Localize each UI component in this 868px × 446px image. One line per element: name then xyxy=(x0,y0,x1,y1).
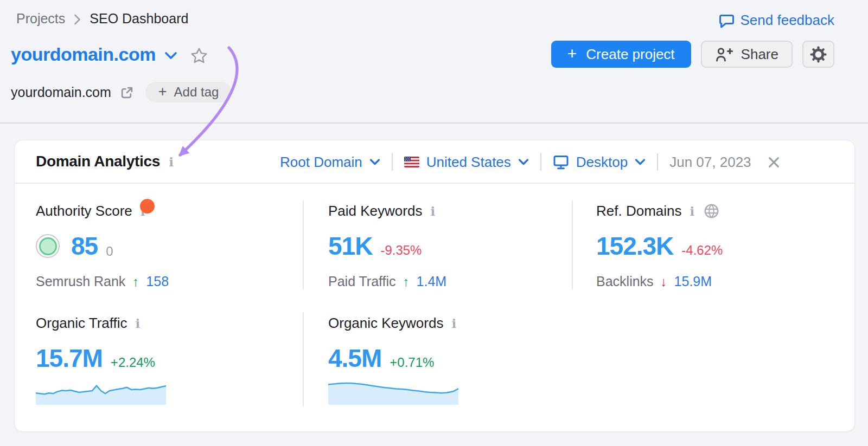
domain-row: yourdomain.com + Add tag xyxy=(11,81,232,103)
metric-organic-traffic: Organic Traffic i 15.7M +2.24% xyxy=(36,314,166,405)
add-tag-label: Add tag xyxy=(174,85,219,100)
send-feedback-link[interactable]: Send feedback xyxy=(718,11,834,29)
breadcrumb-current: SEO Dashboard xyxy=(90,11,188,27)
domain-analytics-card: Domain Analytics i Root Domain xyxy=(14,140,855,432)
column-divider xyxy=(303,200,304,290)
person-plus-icon xyxy=(715,47,733,62)
organic-keywords-sparkline xyxy=(328,377,458,405)
metric-value[interactable]: 15.7M xyxy=(36,344,103,372)
metric-value[interactable]: 152.3K xyxy=(596,232,673,260)
sub-metric-label: Backlinks xyxy=(596,274,654,289)
plus-icon: + xyxy=(567,44,577,63)
metric-value[interactable]: 51K xyxy=(328,232,372,260)
metric-value[interactable]: 4.5M xyxy=(328,344,381,372)
arrow-down-icon: ↓ xyxy=(661,274,667,289)
external-link-icon[interactable] xyxy=(119,86,134,100)
metric-paid-keywords: Paid Keywords i 51K -9.35% Paid Traffic … xyxy=(328,202,446,289)
info-icon[interactable]: i xyxy=(430,205,435,217)
sub-metric-label: Paid Traffic xyxy=(328,274,396,289)
create-project-label: Create project xyxy=(586,46,674,63)
us-flag-icon xyxy=(404,157,419,167)
metric-ref-domains: Ref. Domains i 152.3K -4.62% Backlinks ↓… xyxy=(596,202,723,289)
project-title-chevron-down-icon[interactable] xyxy=(164,51,177,60)
globe-icon[interactable] xyxy=(704,203,719,219)
share-button[interactable]: Share xyxy=(701,41,793,68)
metric-title-row: Authority Score i xyxy=(36,202,169,220)
sub-metric-label: Semrush Rank xyxy=(36,274,125,289)
date-picker[interactable]: Jun 07, 2023 xyxy=(669,154,751,171)
metric-delta: -4.62% xyxy=(681,243,723,258)
project-title[interactable]: yourdomain.com xyxy=(11,44,156,65)
metric-delta: +0.71% xyxy=(390,355,434,370)
info-icon[interactable]: i xyxy=(690,205,695,217)
country-dropdown[interactable]: United States xyxy=(404,154,529,171)
info-icon[interactable]: i xyxy=(136,317,141,329)
metric-title: Organic Keywords xyxy=(328,315,443,332)
authority-score-gauge xyxy=(36,234,60,258)
metric-delta: -9.35% xyxy=(380,243,422,258)
metric-title: Paid Keywords xyxy=(328,203,422,219)
scope-dropdown[interactable]: Root Domain xyxy=(280,154,380,171)
header-actions: + Create project Share xyxy=(551,41,834,68)
metric-organic-keywords: Organic Keywords i 4.5M +0.71% xyxy=(328,314,458,405)
column-divider xyxy=(303,312,304,407)
metric-title: Ref. Domains xyxy=(596,203,682,219)
project-title-row: yourdomain.com xyxy=(11,40,208,68)
card-header: Domain Analytics i Root Domain xyxy=(15,140,854,184)
filter-separator xyxy=(392,153,393,171)
column-divider xyxy=(572,200,573,290)
breadcrumb-projects[interactable]: Projects xyxy=(16,11,65,27)
chevron-down-icon xyxy=(518,158,529,166)
metric-secondary-value: 0 xyxy=(106,244,113,259)
metric-value: 85 xyxy=(71,232,98,260)
filter-separator xyxy=(657,153,658,171)
sub-metric-value[interactable]: 15.9M xyxy=(674,274,712,289)
close-icon[interactable] xyxy=(768,156,780,169)
domain-link[interactable]: yourdomain.com xyxy=(11,85,111,100)
device-dropdown[interactable]: Desktop xyxy=(553,154,646,171)
metric-title: Organic Traffic xyxy=(36,315,127,332)
metric-delta: +2.24% xyxy=(111,355,155,370)
sub-metric-value[interactable]: 158 xyxy=(146,274,169,289)
chevron-right-icon xyxy=(74,14,81,25)
chevron-down-icon xyxy=(635,158,646,166)
create-project-button[interactable]: + Create project xyxy=(551,41,691,68)
feedback-bubble-icon xyxy=(718,13,735,29)
metric-authority-score: Authority Score i 85 0 Semrush Rank ↑ 15… xyxy=(36,202,169,289)
breadcrumb: Projects SEO Dashboard xyxy=(16,11,188,27)
sub-metric-value[interactable]: 1.4M xyxy=(417,274,447,289)
settings-button[interactable] xyxy=(802,41,834,68)
country-label: United States xyxy=(426,154,511,171)
send-feedback-label: Send feedback xyxy=(741,12,834,29)
metric-title: Authority Score xyxy=(36,203,132,219)
organic-traffic-sparkline xyxy=(36,377,166,405)
card-filters: Root Domain xyxy=(280,140,780,184)
arrow-up-icon: ↑ xyxy=(403,274,410,289)
plus-icon: + xyxy=(158,83,167,100)
share-label: Share xyxy=(741,46,778,63)
add-tag-button[interactable]: + Add tag xyxy=(145,82,232,102)
filter-separator xyxy=(540,153,541,171)
desktop-icon xyxy=(553,154,569,170)
card-title: Domain Analytics xyxy=(36,153,160,170)
arrow-up-icon: ↑ xyxy=(132,274,139,289)
device-label: Desktop xyxy=(576,154,628,171)
scope-label: Root Domain xyxy=(280,154,362,171)
chevron-down-icon xyxy=(369,158,380,166)
gear-icon xyxy=(810,46,827,63)
favorite-star-icon[interactable] xyxy=(190,47,208,64)
info-icon[interactable]: i xyxy=(451,317,456,329)
page-divider xyxy=(0,122,868,124)
info-icon[interactable]: i xyxy=(169,156,174,168)
notification-dot xyxy=(140,199,155,214)
